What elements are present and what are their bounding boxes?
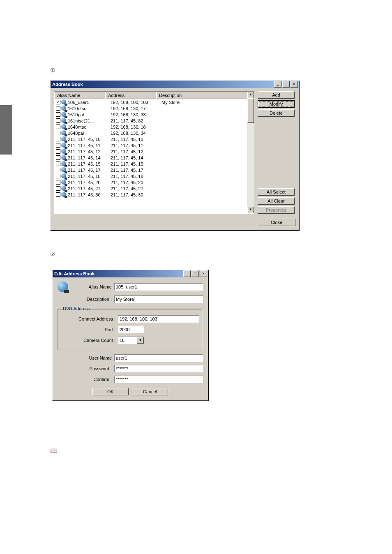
row-checkbox[interactable] bbox=[56, 149, 60, 154]
server-icon bbox=[61, 149, 67, 155]
table-row[interactable]: 211, 117, 45, 20211, 117, 45, 20 bbox=[54, 179, 247, 185]
row-alias: 161ntsc(21... bbox=[68, 118, 111, 123]
table-row[interactable]: 211, 117, 45, 11211, 117, 45, 11 bbox=[54, 142, 247, 148]
modify-button[interactable]: Modify bbox=[258, 100, 295, 108]
table-row[interactable]: 211, 117, 45, 14211, 117, 45, 14 bbox=[54, 155, 247, 161]
table-row[interactable]: 1610pal192, 168, 130, 33 bbox=[54, 111, 247, 118]
cancel-button[interactable]: Cancel bbox=[132, 388, 168, 395]
delete-button[interactable]: Delete bbox=[258, 109, 295, 117]
edit-dialog-title: Edit Address Book bbox=[54, 271, 182, 276]
table-row[interactable]: 211, 117, 45, 15211, 117, 45, 15 bbox=[54, 161, 247, 167]
col-alias-header[interactable]: Alias Name bbox=[54, 92, 105, 99]
add-button[interactable]: Add bbox=[258, 91, 295, 99]
dvr-address-group: DVR Address Connect Address : 192, 168, … bbox=[58, 306, 203, 350]
row-checkbox[interactable] bbox=[56, 155, 60, 160]
close-icon[interactable]: ✕ bbox=[291, 81, 298, 88]
server-icon bbox=[61, 180, 67, 185]
table-row[interactable]: 161ntsc(21...211, 117, 45, 82 bbox=[54, 118, 247, 124]
minimize-icon[interactable]: _ bbox=[274, 81, 281, 88]
table-row[interactable]: 211, 117, 45, 18211, 117, 45, 18 bbox=[54, 173, 247, 179]
address-list[interactable]: Alias Name Address Description ✓105_user… bbox=[54, 91, 254, 214]
ok-button[interactable]: OK bbox=[92, 388, 129, 395]
row-checkbox[interactable]: ✓ bbox=[56, 100, 60, 104]
all-select-button[interactable]: All Select bbox=[258, 188, 295, 196]
row-checkbox[interactable] bbox=[56, 125, 60, 129]
server-icon bbox=[61, 161, 67, 167]
page-side-tab bbox=[0, 105, 12, 155]
close-button[interactable]: Close bbox=[258, 219, 295, 226]
table-row[interactable]: 1648ntsc192, 168, 130, 18 bbox=[54, 124, 247, 130]
row-address: 192, 168, 130, 17 bbox=[111, 106, 161, 111]
row-address: 192, 168, 100, 103 bbox=[111, 100, 161, 105]
row-alias: 105_user1 bbox=[68, 100, 111, 105]
scroll-down-icon[interactable]: ▼ bbox=[247, 207, 254, 213]
address-book-titlebar[interactable]: Address Book _ □ ✕ bbox=[51, 81, 299, 88]
note-book-icon: 📖 bbox=[50, 447, 57, 454]
row-address: 192, 168, 130, 33 bbox=[111, 112, 161, 117]
scroll-thumb[interactable] bbox=[247, 98, 254, 123]
row-alias: 211, 117, 45, 20 bbox=[68, 180, 111, 185]
row-address: 211, 117, 45, 82 bbox=[111, 118, 161, 123]
alias-label: Alias Name bbox=[89, 284, 112, 289]
description-label: Description : bbox=[58, 297, 114, 302]
table-row[interactable]: 211, 117, 45, 27211, 117, 45, 27 bbox=[54, 185, 247, 192]
edit-dialog-titlebar[interactable]: Edit Address Book _ □ ✕ bbox=[53, 270, 208, 277]
address-list-scrollbar[interactable]: ▲ ▼ bbox=[247, 92, 254, 213]
chevron-down-icon[interactable]: ▼ bbox=[137, 337, 144, 344]
row-checkbox[interactable] bbox=[56, 118, 60, 123]
minimize-icon[interactable]: _ bbox=[183, 270, 191, 277]
row-address: 211, 117, 45, 17 bbox=[111, 168, 161, 173]
row-checkbox[interactable] bbox=[56, 168, 60, 172]
step-marker-2: ② bbox=[50, 251, 55, 257]
scroll-up-icon[interactable]: ▲ bbox=[247, 92, 254, 98]
edit-address-dialog: Edit Address Book _ □ ✕ Alias Name 105_u… bbox=[52, 270, 208, 401]
row-checkbox[interactable] bbox=[56, 162, 60, 166]
text-cursor bbox=[134, 297, 134, 302]
table-row[interactable]: 211, 117, 45, 12211, 117, 45, 12 bbox=[54, 148, 247, 155]
description-input[interactable]: My Store bbox=[114, 295, 203, 303]
table-row[interactable]: 211, 117, 45, 17211, 117, 45, 17 bbox=[54, 167, 247, 173]
camera-count-select[interactable]: 16 ▼ bbox=[118, 337, 144, 344]
row-address: 211, 117, 45, 27 bbox=[111, 186, 161, 191]
scroll-track[interactable] bbox=[247, 98, 254, 207]
col-address-header[interactable]: Address bbox=[105, 92, 156, 99]
port-input[interactable]: 2000 bbox=[118, 326, 144, 333]
camera-label: Camera Count : bbox=[61, 338, 118, 343]
row-checkbox[interactable] bbox=[56, 112, 60, 117]
password-label: Password : bbox=[58, 366, 114, 371]
row-alias: 211, 117, 45, 15 bbox=[68, 162, 111, 166]
row-checkbox[interactable] bbox=[56, 180, 60, 185]
server-icon bbox=[61, 112, 67, 118]
row-checkbox[interactable] bbox=[56, 143, 60, 148]
alias-input[interactable]: 105_user1 bbox=[114, 283, 203, 291]
close-icon[interactable]: ✕ bbox=[200, 270, 207, 277]
row-checkbox[interactable] bbox=[56, 186, 60, 191]
password-input[interactable]: ******* bbox=[114, 365, 203, 372]
table-row[interactable]: ✓105_user1192, 168, 100, 103My Store bbox=[54, 99, 247, 105]
row-address: 211, 117, 45, 15 bbox=[111, 162, 161, 166]
row-checkbox[interactable] bbox=[56, 174, 60, 178]
server-icon bbox=[61, 155, 67, 161]
row-alias: 211, 117, 45, 18 bbox=[68, 174, 111, 179]
connect-input[interactable]: 192, 168, 100, 103 bbox=[118, 315, 199, 323]
user-input[interactable]: user1 bbox=[114, 354, 203, 362]
table-row[interactable]: 1610ntsc192, 168, 130, 17 bbox=[54, 105, 247, 111]
row-checkbox[interactable] bbox=[56, 192, 60, 197]
table-row[interactable]: 211, 117, 45, 10211, 117, 45, 10 bbox=[54, 136, 247, 142]
table-row[interactable]: 211, 117, 45, 30211, 117, 45, 30 bbox=[54, 192, 247, 198]
all-clear-button[interactable]: All Clear bbox=[258, 197, 295, 205]
row-checkbox[interactable] bbox=[56, 131, 60, 135]
row-checkbox[interactable] bbox=[56, 106, 60, 111]
port-label: Port : bbox=[61, 327, 118, 332]
row-alias: 211, 117, 45, 30 bbox=[68, 192, 111, 197]
col-description-header[interactable]: Description bbox=[156, 92, 254, 99]
row-checkbox[interactable] bbox=[56, 137, 60, 141]
confirm-input[interactable]: ******* bbox=[114, 376, 203, 383]
table-row[interactable]: 1648pal192, 168, 130, 34 bbox=[54, 130, 247, 136]
row-address: 192, 168, 130, 18 bbox=[111, 125, 161, 129]
maximize-icon: □ bbox=[282, 81, 290, 88]
row-alias: 1610pal bbox=[68, 112, 111, 117]
row-address: 211, 117, 45, 14 bbox=[111, 155, 161, 160]
row-alias: 211, 117, 45, 27 bbox=[68, 186, 111, 191]
address-book-title: Address Book bbox=[52, 82, 273, 87]
